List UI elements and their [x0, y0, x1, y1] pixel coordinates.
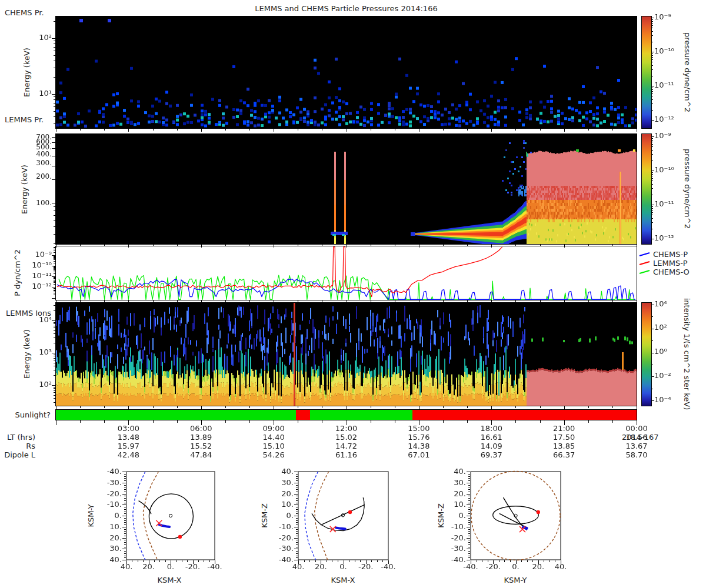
colorbar3-tick: 10⁻⁴ — [654, 396, 671, 404]
legend-label-chems-p: CHEMS-P — [653, 250, 688, 259]
rs-value: 14.38 — [395, 442, 442, 450]
pressure-ytick: 10⁻¹² — [18, 282, 52, 290]
chems-ytick: 10² — [18, 34, 52, 42]
colorbar1-tick: 10⁻¹¹ — [654, 81, 674, 89]
rs-value: 14.72 — [323, 442, 370, 450]
sunlight-segment-green — [56, 410, 296, 420]
orbit1-ytick: 0. — [94, 512, 122, 520]
dipole-value: 69.37 — [468, 451, 515, 459]
orbit3-ytick: -10. — [438, 523, 466, 531]
legend-label-lemms-p: LEMMS-P — [653, 259, 688, 268]
sunlight-bar — [55, 409, 637, 420]
orbit3-orbit-leg-1 — [504, 497, 527, 530]
orbit2-saturn — [341, 514, 344, 517]
colorbar1-tick: 10⁻⁹ — [654, 13, 671, 21]
lt-value: 17.50 — [541, 433, 588, 442]
rs-value: 15.97 — [105, 442, 152, 450]
orbit-frame — [298, 472, 388, 560]
orbit2-ytick: -10. — [265, 523, 294, 531]
colorbar-pressure-2 — [641, 133, 652, 245]
dipole-value: 67.01 — [395, 451, 442, 459]
orbit2-orbit-chord — [321, 505, 365, 525]
orbit3-ytick: 40. — [438, 467, 466, 476]
orbit1-saturn — [169, 514, 172, 517]
orbit1-ytick: 10. — [94, 523, 122, 531]
time-tick-label: 21:00 — [541, 425, 588, 433]
colorbar1-title: pressure dyne/cm^2 — [683, 32, 691, 112]
lemms-ytick: 300. — [18, 159, 52, 167]
orbit1-x-marker — [156, 520, 162, 526]
sunlight-segment-red — [412, 410, 637, 420]
colorbar-intensity — [641, 302, 652, 406]
colorbar1-tick: 10⁻¹⁰ — [654, 47, 674, 55]
orbit3-orbit — [493, 506, 539, 524]
colorbar2-tick: 10⁻¹¹ — [654, 200, 674, 208]
rs-value: 15.10 — [250, 442, 297, 450]
lemms-ytick: 100. — [18, 199, 52, 207]
legend-label-chems-o: CHEMS-O — [653, 268, 690, 276]
orbit2-red-marker — [348, 510, 352, 514]
pressure-ytick: 10⁻⁹ — [18, 250, 52, 259]
rs-value: 15.52 — [178, 442, 225, 450]
orbit2-magnetopause — [315, 472, 329, 560]
chems-spectrogram — [55, 16, 637, 129]
lt-value: 13.48 — [105, 433, 152, 442]
time-tick-label: 12:00 — [323, 425, 370, 433]
orbit2-ytick: 40. — [265, 467, 294, 476]
panel-label-chems: CHEMS Pr. — [5, 9, 44, 17]
time-tick-label: 06:00 — [178, 425, 225, 433]
time-tick-label: 09:00 — [250, 425, 297, 433]
sunlight-segment-green — [310, 410, 412, 420]
orbit1-bow-shock — [133, 472, 145, 560]
orbit2-recent-track — [336, 528, 345, 529]
orbit3-xtick: 40. — [548, 563, 574, 571]
orbit3-ytick: -30. — [438, 544, 466, 553]
lemms-ytick: 200. — [18, 173, 52, 181]
orbit2-ytick: -20. — [265, 534, 294, 542]
orbit3-x-marker — [519, 526, 525, 532]
orbit2-ytick: 30. — [265, 479, 294, 487]
dipole-value: 66.37 — [541, 451, 588, 459]
lt-value: 14.40 — [250, 433, 297, 442]
sunlight-label: Sunlight? — [0, 411, 51, 419]
orbit-frame — [471, 472, 561, 560]
time-tick-label: 03:00 — [105, 425, 152, 433]
colorbar3-title: intensity 1/(s cm^2 ster keV) — [682, 298, 691, 410]
orbit2-ytick: 0. — [265, 512, 294, 520]
ephemeris-row-label-dipole: Dipole L — [0, 451, 35, 459]
ions-ytick: 10³ — [18, 348, 52, 356]
time-tick-label: 18:00 — [468, 425, 515, 433]
orbit3-magnetopause — [471, 471, 560, 560]
figure-root: LEMMS and CHEMS Particle Pressures 2014:… — [0, 0, 706, 588]
orbit2-ytick: -30. — [265, 544, 294, 553]
lemms-spectrogram — [55, 133, 637, 245]
orbit1-ytick: -10. — [94, 500, 122, 509]
pressure-line-chart — [55, 246, 637, 300]
legend-line-chems-p — [640, 253, 650, 256]
colorbar3-tick: 10⁰ — [654, 348, 667, 356]
lt-value: 16.61 — [468, 433, 515, 442]
dipole-value: 54.26 — [250, 451, 297, 459]
rs-value: 13.67 — [613, 442, 660, 450]
orbit1-recent-track — [159, 524, 169, 527]
rs-value: 13.85 — [541, 442, 588, 450]
ions-ytick: 10⁴ — [18, 316, 52, 324]
orbit1-ytick: -20. — [94, 490, 122, 498]
orbit2-ytick: 20. — [265, 490, 294, 498]
orbit2-ytick: 10. — [265, 500, 294, 509]
orbit2-x-marker — [330, 526, 336, 532]
orbit3-ytick: -20. — [438, 534, 466, 542]
orbit1-ytick: -30. — [94, 479, 122, 487]
lt-value: 15.02 — [323, 433, 370, 442]
panel-label-lemms: LEMMS Pr. — [5, 116, 44, 124]
orbit2-xtick: -40. — [375, 563, 401, 571]
sunlight-segment-red — [296, 410, 310, 420]
dipole-value: 47.84 — [178, 451, 225, 459]
orbit2-orbit — [312, 497, 364, 530]
colorbar2-tick: 10⁻¹⁰ — [654, 166, 674, 174]
orbit3-red-marker — [537, 510, 540, 514]
orbit3-orbit-leg-2 — [499, 513, 528, 527]
lt-value: 15.76 — [395, 433, 442, 442]
orbit3-ytick: 0. — [438, 512, 466, 520]
orbit1-red-marker — [178, 535, 182, 539]
